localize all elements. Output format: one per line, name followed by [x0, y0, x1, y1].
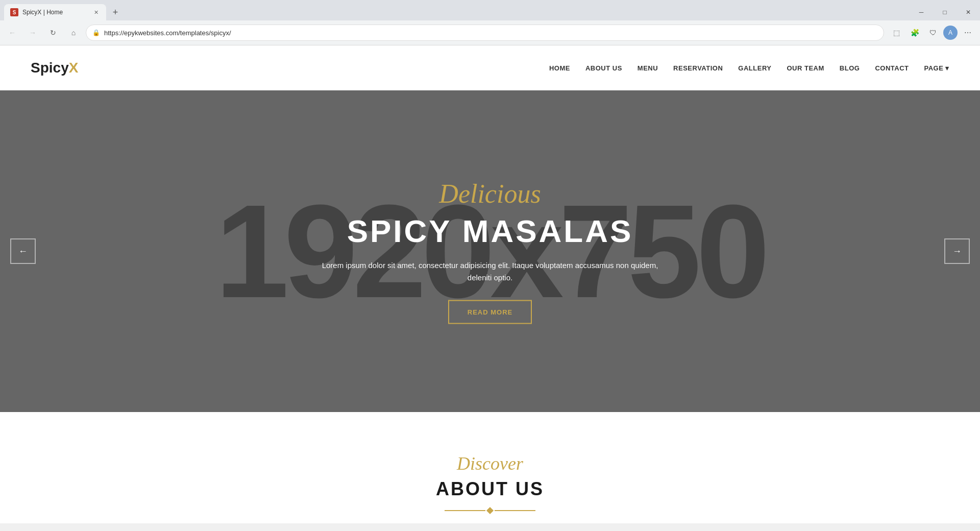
shield-button[interactable]: 🛡	[925, 25, 941, 41]
forward-button[interactable]: →	[24, 25, 41, 41]
navbar: SpicyX HOME ABOUT US MENU RESERVATION GA…	[0, 45, 980, 90]
address-bar[interactable]: 🔒 https://epykwebsites.com/templates/spi…	[86, 25, 884, 41]
divider-line-right	[495, 510, 535, 511]
website-content: SpicyX HOME ABOUT US MENU RESERVATION GA…	[0, 45, 980, 523]
nav-contact[interactable]: CONTACT	[875, 64, 909, 72]
nav-home[interactable]: HOME	[549, 64, 570, 72]
minimize-button[interactable]: ─	[910, 2, 933, 22]
home-button[interactable]: ⌂	[65, 25, 82, 41]
read-more-button[interactable]: READ MORE	[448, 300, 532, 324]
divider-line-left	[445, 510, 485, 511]
back-button[interactable]: ←	[4, 25, 20, 41]
profile-button[interactable]: A	[943, 26, 958, 40]
logo[interactable]: SpicyX	[31, 60, 78, 76]
slider-content: Delicious SPICY MASALAS Lorem ipsum dolo…	[0, 179, 980, 324]
refresh-button[interactable]: ↻	[45, 25, 61, 41]
about-subtitle: Discover	[0, 453, 980, 474]
window-controls: ─ □ ✕	[910, 2, 980, 22]
address-bar-row: ← → ↻ ⌂ 🔒 https://epykwebsites.com/templ…	[0, 20, 980, 45]
slider-description: Lorem ipsum dolor sit amet, consectetur …	[311, 259, 669, 284]
tab-bar: S SpicyX | Home ✕ + ─ □ ✕	[0, 0, 980, 20]
tab-close-button[interactable]: ✕	[92, 8, 100, 16]
nav-blog[interactable]: BLOG	[840, 64, 860, 72]
nav-gallery[interactable]: GALLERY	[738, 64, 771, 72]
slider-prev-button[interactable]: ←	[10, 238, 36, 264]
browser-chrome: S SpicyX | Home ✕ + ─ □ ✕ ← → ↻ ⌂ 🔒 http…	[0, 0, 980, 45]
slider-subtitle: Delicious	[0, 179, 980, 209]
hero-slider: 1920x750 Delicious SPICY MASALAS Lorem i…	[0, 90, 980, 412]
active-tab[interactable]: S SpicyX | Home ✕	[4, 4, 106, 20]
maximize-button[interactable]: □	[933, 2, 957, 22]
divider-diamond	[486, 507, 494, 514]
nav-our-team[interactable]: OUR TEAM	[787, 64, 824, 72]
toolbar-icons: ⬚ 🧩 🛡 A ⋯	[888, 25, 976, 41]
slider-next-button[interactable]: →	[944, 238, 970, 264]
new-tab-button[interactable]: +	[108, 5, 122, 19]
close-button[interactable]: ✕	[957, 2, 980, 22]
nav-menu[interactable]: MENU	[638, 64, 658, 72]
tab-favicon: S	[10, 8, 18, 16]
about-section: Discover ABOUT US	[0, 412, 980, 523]
nav-links: HOME ABOUT US MENU RESERVATION GALLERY O…	[549, 63, 949, 73]
nav-page-dropdown[interactable]: PAGE ▾	[924, 64, 950, 72]
tab-title: SpicyX | Home	[22, 9, 88, 16]
screen-cast-button[interactable]: ⬚	[888, 25, 904, 41]
nav-about-us[interactable]: ABOUT US	[585, 64, 622, 72]
lock-icon: 🔒	[92, 29, 100, 36]
about-title: ABOUT US	[0, 478, 980, 500]
slider-title: SPICY MASALAS	[0, 213, 980, 249]
extensions-button[interactable]: 🧩	[906, 25, 923, 41]
address-text: https://epykwebsites.com/templates/spicy…	[104, 29, 877, 37]
logo-highlight: X	[69, 60, 79, 76]
menu-button[interactable]: ⋯	[960, 25, 976, 41]
nav-reservation[interactable]: RESERVATION	[673, 64, 723, 72]
section-divider	[0, 508, 980, 513]
